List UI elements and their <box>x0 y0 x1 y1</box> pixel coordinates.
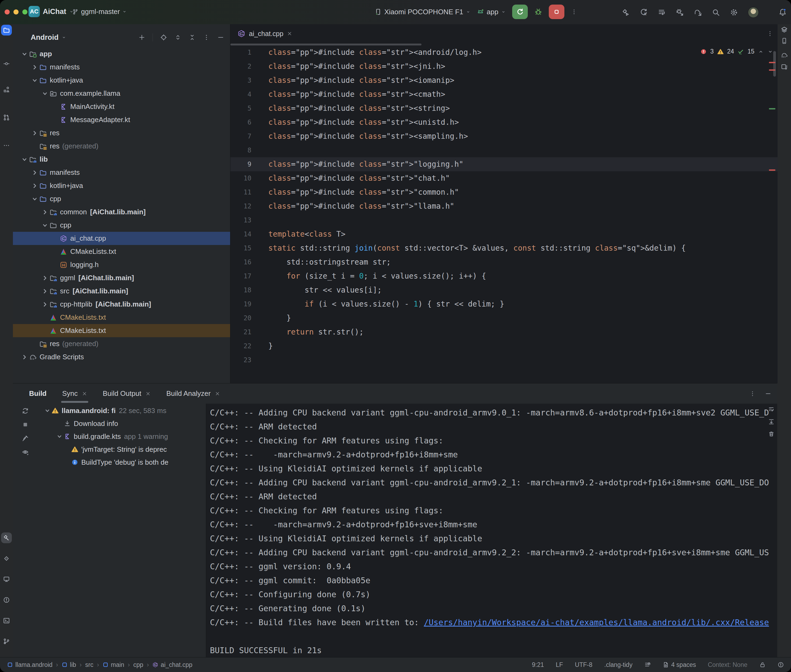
device-manager-tool-icon[interactable] <box>3 576 10 583</box>
previous-problem-icon[interactable] <box>758 49 764 54</box>
notifications-icon[interactable] <box>779 8 787 16</box>
line-number[interactable]: 5 <box>230 101 264 115</box>
re-sync-icon[interactable] <box>22 407 29 414</box>
add-icon[interactable] <box>138 34 145 41</box>
tree-item[interactable]: lib <box>13 153 230 166</box>
code-line-text[interactable]: class="pp">#include class="str">"llama.h… <box>264 199 454 213</box>
gradle-sync-icon[interactable] <box>694 8 702 16</box>
line-number[interactable]: 8 <box>230 143 264 157</box>
code-line-text[interactable] <box>264 143 268 157</box>
breadcrumb-item[interactable]: main <box>103 661 124 669</box>
search-icon[interactable] <box>712 8 720 16</box>
vertical-scrollbar[interactable] <box>773 51 776 77</box>
chevron-right-icon[interactable] <box>30 181 39 190</box>
stop-button[interactable] <box>549 5 565 19</box>
code-line-text[interactable]: class="pp">#include class="str"><samplin… <box>264 130 468 143</box>
code-line-text[interactable]: std::ostringstream str; <box>264 255 391 269</box>
line-number[interactable]: 7 <box>230 130 264 143</box>
build-tree-item[interactable]: Download info <box>38 417 206 430</box>
chevron-down-icon[interactable] <box>20 50 29 59</box>
line-number[interactable]: 12 <box>230 199 264 213</box>
next-problem-icon[interactable] <box>767 49 773 54</box>
soft-wrap-icon[interactable] <box>768 406 775 413</box>
device-selector[interactable]: Xiaomi POCOPHONE F1 <box>375 8 470 16</box>
caret-position[interactable]: 9:21 <box>532 661 544 669</box>
branch-selector[interactable]: ggml-master <box>72 8 127 16</box>
clear-all-icon[interactable] <box>768 431 775 437</box>
chevron-down-icon[interactable] <box>55 432 64 441</box>
file-encoding[interactable]: UTF-8 <box>575 661 592 669</box>
code-line-text[interactable]: return str.str(); <box>264 325 364 339</box>
app-inspection-tool-icon[interactable] <box>3 555 10 562</box>
code-line-text[interactable]: class="pp">#include class="str"><iomanip… <box>264 74 454 87</box>
attach-debugger-icon[interactable] <box>676 8 684 16</box>
chevron-right-icon[interactable] <box>30 62 39 72</box>
line-number[interactable]: 3 <box>230 74 264 87</box>
stop-sync-icon[interactable] <box>22 421 29 428</box>
tree-item[interactable]: CMakeLists.txt <box>13 245 230 258</box>
line-number[interactable]: 20 <box>230 311 264 325</box>
code-line-text[interactable]: class="pp">#include class="str">"chat.h" <box>264 171 450 185</box>
chevron-right-icon[interactable] <box>40 300 50 309</box>
line-number[interactable]: 4 <box>230 87 264 101</box>
console-file-link[interactable]: /Users/hanyin/Workspace/ai-chat/examples… <box>424 618 769 627</box>
problems-tool-icon[interactable] <box>3 597 10 603</box>
rerun-button[interactable] <box>512 5 528 19</box>
line-number[interactable]: 17 <box>230 269 264 283</box>
more-tool-windows-icon[interactable] <box>3 142 10 149</box>
tree-item[interactable]: src[AiChat.lib.main] <box>13 285 230 298</box>
formatter-mode-icon[interactable] <box>644 661 651 668</box>
pin-tab-icon[interactable] <box>22 435 29 442</box>
chevron-down-icon[interactable] <box>30 194 39 203</box>
tree-item[interactable]: common[AiChat.lib.main] <box>13 205 230 219</box>
code-line-text[interactable]: class="pp">#include class="str">"logging… <box>264 157 464 171</box>
sync-project-icon[interactable]: A <box>640 8 648 16</box>
breadcrumb-item[interactable]: C++ai_chat.cpp <box>152 661 193 669</box>
tree-item[interactable]: res(generated) <box>13 337 230 350</box>
tree-item-selected[interactable]: C++ai_chat.cpp <box>13 232 230 245</box>
close-tab-icon[interactable] <box>215 391 220 396</box>
horizontal-scrollbar[interactable] <box>230 43 422 45</box>
build-tab-sync[interactable]: Sync <box>62 384 87 404</box>
build-tab-build-analyzer[interactable]: Build Analyzer <box>166 384 220 404</box>
line-number[interactable]: 13 <box>230 213 264 227</box>
line-number[interactable]: 2 <box>230 59 264 74</box>
project-view-title[interactable]: Android <box>30 34 58 42</box>
code-line-text[interactable]: class="pp">#include class="str">"common.… <box>264 185 459 199</box>
close-tab-icon[interactable] <box>145 391 151 396</box>
debug-button[interactable] <box>534 8 542 16</box>
chevron-down-icon[interactable] <box>40 221 50 230</box>
code-line-text[interactable]: } <box>264 311 291 325</box>
inspections-widget[interactable]: 32415 <box>700 48 773 55</box>
inspections-widget-icon[interactable] <box>778 661 784 668</box>
build-variants-tool-icon[interactable] <box>781 26 788 33</box>
code-line-text[interactable]: } <box>264 339 273 353</box>
breadcrumb-item[interactable]: src <box>85 661 93 669</box>
build-tree-item[interactable]: llama.android: fi22 sec, 583 ms <box>38 404 206 417</box>
build-icon[interactable] <box>622 8 630 16</box>
line-number[interactable]: 18 <box>230 283 264 297</box>
code-line-text[interactable]: class="pp">#include class="str"><android… <box>264 45 481 59</box>
hide-build-panel-icon[interactable] <box>765 390 771 397</box>
line-number[interactable]: 19 <box>230 297 264 311</box>
terminal-tool-icon[interactable] <box>3 617 10 624</box>
code-line-text[interactable]: class="pp">#include class="str"><jni.h> <box>264 59 445 74</box>
indent-setting[interactable]: 4 spaces <box>663 661 696 669</box>
tree-item[interactable]: MessageAdapter.kt <box>13 113 230 126</box>
code-line-text[interactable]: class="pp">#include class="str"><cmath> <box>264 87 445 101</box>
line-number[interactable]: 10 <box>230 171 264 185</box>
code-line-text[interactable]: for (size_t i = 0; i < values.size(); i+… <box>264 269 486 283</box>
code-line-text[interactable]: static std::string join(const std::vecto… <box>264 241 686 255</box>
tree-item[interactable]: res(generated) <box>13 139 230 153</box>
tree-item[interactable]: com.example.llama <box>13 87 230 100</box>
chevron-right-icon[interactable] <box>40 286 50 296</box>
chevron-down-icon[interactable] <box>43 406 52 415</box>
close-tab-icon[interactable] <box>287 31 292 36</box>
chevron-down-icon[interactable] <box>30 76 39 85</box>
breadcrumb-item[interactable]: lib <box>62 661 76 669</box>
line-separator[interactable]: LF <box>556 661 563 669</box>
tree-item[interactable]: cpp-httplib[AiChat.lib.main] <box>13 298 230 311</box>
build-tree-item[interactable]: build.gradle.ktsapp 1 warning <box>38 430 206 443</box>
tree-item[interactable]: app <box>13 47 230 61</box>
run-configuration-selector[interactable]: app <box>477 8 505 16</box>
